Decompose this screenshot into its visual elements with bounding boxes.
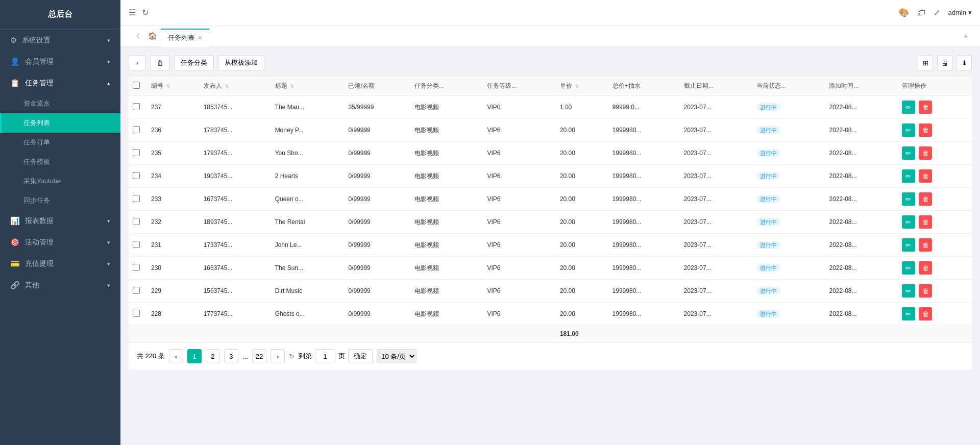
edit-button[interactable]: ✏ xyxy=(902,284,915,298)
sort-icon-id: ⇅ xyxy=(166,83,170,89)
page-2-btn[interactable]: 2 xyxy=(206,349,220,363)
prev-page-btn[interactable]: ‹ xyxy=(169,349,183,363)
edit-button[interactable]: ✏ xyxy=(902,101,915,114)
row-total: 1999980... xyxy=(608,280,680,303)
page-1-btn[interactable]: 1 xyxy=(187,349,202,363)
task-icon: 📋 xyxy=(10,79,20,88)
sidebar-item-task-label: 任务管理 xyxy=(25,79,54,88)
sidebar-item-system[interactable]: ⚙ 系统设置 ▾ xyxy=(0,30,120,51)
refresh-icon[interactable]: ↻ xyxy=(142,8,149,17)
tab-more-btn[interactable]: » xyxy=(960,25,972,46)
home-btn[interactable]: 🏠 xyxy=(144,25,161,46)
template-button[interactable]: 从模板添加 xyxy=(218,55,264,70)
add-button[interactable]: + xyxy=(129,55,146,70)
row-delete-button[interactable]: 🗑 xyxy=(919,307,932,320)
row-delete-button[interactable]: 🗑 xyxy=(919,101,932,114)
goto-input[interactable] xyxy=(315,349,335,363)
sidebar-item-report[interactable]: 📊 报表数据 ▾ xyxy=(0,210,120,232)
chevron-down-icon: ▾ xyxy=(107,218,110,225)
row-quota: 0/99999 xyxy=(344,165,410,188)
row-delete-button[interactable]: 🗑 xyxy=(919,284,932,298)
sidebar-item-other[interactable]: 🔗 其他 ▾ xyxy=(0,275,120,296)
sidebar-sub-taskorder[interactable]: 任务订单 xyxy=(0,133,120,152)
row-checkbox[interactable] xyxy=(133,195,140,202)
page-22-btn[interactable]: 22 xyxy=(252,349,266,363)
row-category: 电影视频 xyxy=(410,257,483,280)
sidebar-item-recharge[interactable]: 💳 充值提现 ▾ xyxy=(0,253,120,275)
row-deadline: 2023-07... xyxy=(680,96,752,119)
row-checkbox[interactable] xyxy=(133,264,140,271)
sidebar-item-activity[interactable]: 🎯 活动管理 ▾ xyxy=(0,232,120,253)
tab-tasklist[interactable]: 任务列表 ✕ xyxy=(161,29,209,47)
sidebar-item-task[interactable]: 📋 任务管理 ▴ xyxy=(0,72,120,94)
export-button[interactable]: ⬇ xyxy=(957,55,972,70)
classify-button[interactable]: 任务分类 xyxy=(174,55,214,70)
next-page-btn[interactable]: › xyxy=(271,349,285,363)
grid-view-button[interactable]: ⊞ xyxy=(918,55,933,70)
row-checkbox[interactable] xyxy=(133,241,140,248)
edit-button[interactable]: ✏ xyxy=(902,123,915,137)
sidebar-sub-youtube[interactable]: 采集Youtube xyxy=(0,171,120,191)
row-deadline: 2023-07... xyxy=(680,188,752,211)
sidebar-item-member[interactable]: 👤 会员管理 ▾ xyxy=(0,51,120,72)
col-publisher[interactable]: 发布人 ⇅ xyxy=(200,77,271,96)
print-button[interactable]: 🖨 xyxy=(937,55,952,70)
edit-button[interactable]: ✏ xyxy=(902,261,915,275)
row-delete-button[interactable]: 🗑 xyxy=(919,215,932,229)
goto-confirm-btn[interactable]: 确定 xyxy=(348,349,373,363)
row-delete-button[interactable]: 🗑 xyxy=(919,238,932,252)
sidebar-sub-cashflow[interactable]: 资金流水 xyxy=(0,94,120,113)
user-menu[interactable]: admin ▾ xyxy=(948,9,972,16)
sidebar-sub-taskorder-label: 任务订单 xyxy=(23,138,50,146)
palette-icon[interactable]: 🎨 xyxy=(899,8,909,17)
row-checkbox[interactable] xyxy=(133,103,140,110)
export-icon: ⬇ xyxy=(962,59,967,67)
row-checkbox[interactable] xyxy=(133,287,140,294)
row-checkbox[interactable] xyxy=(133,126,140,133)
row-id: 235 xyxy=(147,142,200,165)
sidebar-sub-tasktemplate[interactable]: 任务模板 xyxy=(0,152,120,171)
row-delete-button[interactable]: 🗑 xyxy=(919,169,932,183)
tag-icon[interactable]: 🏷 xyxy=(917,8,925,17)
row-quota: 0/99999 xyxy=(344,234,410,257)
select-all-checkbox[interactable] xyxy=(133,82,140,89)
col-id[interactable]: 编号 ⇅ xyxy=(147,77,200,96)
col-title[interactable]: 标题 ⇅ xyxy=(271,77,345,96)
col-price[interactable]: 单价 ⇅ xyxy=(556,77,608,96)
row-delete-button[interactable]: 🗑 xyxy=(919,123,932,137)
row-level: VIP6 xyxy=(483,142,555,165)
user-icon: 👤 xyxy=(10,57,20,66)
row-checkbox[interactable] xyxy=(133,172,140,179)
menu-toggle-icon[interactable]: ☰ xyxy=(129,8,136,17)
sidebar-sub-synctask[interactable]: 同步任务 xyxy=(0,191,120,210)
fullscreen-icon[interactable]: ⤢ xyxy=(934,8,940,17)
per-page-select[interactable]: 10 条/页 20 条/页 50 条/页 xyxy=(377,349,416,363)
edit-button[interactable]: ✏ xyxy=(902,192,915,206)
refresh-pagination-icon[interactable]: ↻ xyxy=(289,353,295,360)
row-checkbox[interactable] xyxy=(133,218,140,225)
sidebar-sub-synctask-label: 同步任务 xyxy=(23,196,50,204)
status-badge: 进行中 xyxy=(756,310,780,318)
edit-button[interactable]: ✏ xyxy=(902,169,915,183)
sidebar-sub-tasklist[interactable]: 任务列表 xyxy=(0,113,120,133)
topbar-left: ☰ ↻ xyxy=(129,8,893,17)
row-delete-button[interactable]: 🗑 xyxy=(919,192,932,206)
row-delete-button[interactable]: 🗑 xyxy=(919,146,932,160)
page-3-btn[interactable]: 3 xyxy=(224,349,238,363)
edit-button[interactable]: ✏ xyxy=(902,238,915,252)
print-icon: 🖨 xyxy=(942,59,948,67)
delete-button[interactable]: 🗑 xyxy=(150,55,170,70)
tab-close-icon[interactable]: ✕ xyxy=(198,29,202,47)
tab-back-btn[interactable]: 《 xyxy=(129,25,144,46)
activity-icon: 🎯 xyxy=(10,238,20,247)
sidebar-item-report-label: 报表数据 xyxy=(25,216,54,226)
edit-button[interactable]: ✏ xyxy=(902,215,915,229)
edit-button[interactable]: ✏ xyxy=(902,307,915,320)
row-checkbox[interactable] xyxy=(133,310,140,317)
edit-button[interactable]: ✏ xyxy=(902,146,915,160)
row-checkbox[interactable] xyxy=(133,149,140,156)
table-row: 232 1893745... The Rental 0/99999 电影视频 V… xyxy=(129,211,972,234)
row-status: 进行中 xyxy=(752,211,825,234)
row-delete-button[interactable]: 🗑 xyxy=(919,261,932,275)
goto-wrap: 到第 页 确定 xyxy=(299,349,373,363)
